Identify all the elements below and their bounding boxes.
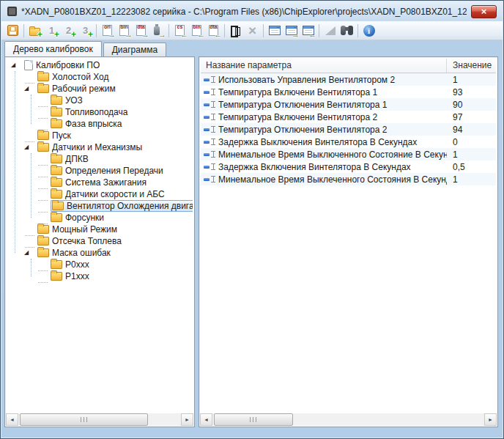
parameters-table: Использовать Управления Вентилятором 21 …	[201, 73, 496, 185]
tree-item[interactable]: Датчики скорости и АБС	[7, 188, 193, 200]
measure-button[interactable]	[322, 22, 338, 39]
toolbar-separator	[96, 24, 97, 37]
grip-icon	[81, 417, 87, 422]
export-dta-button[interactable]: dta→	[133, 22, 149, 39]
tab-calibration-tree[interactable]: Дерево калибровок	[4, 41, 102, 56]
folder-icon	[51, 96, 62, 105]
app-window: *XADN_P0801BXZ01_12223082 серийка - C:\P…	[0, 0, 504, 439]
folder-icon	[37, 237, 49, 246]
scroll-thumb[interactable]	[214, 413, 293, 426]
expand-arrow-icon[interactable]: ◢	[24, 247, 37, 259]
tree-item[interactable]: ◢Датчики и Механизмы	[7, 141, 193, 153]
search-button[interactable]	[338, 22, 355, 39]
scroll-right-button[interactable]: ►	[484, 413, 497, 426]
export-ori-button[interactable]: ori→	[99, 22, 116, 39]
doc-label: dta	[137, 24, 145, 29]
parameter-value: 93	[447, 87, 496, 97]
tree-item-selected[interactable]: Вентилятор Охлождения двигате	[7, 200, 193, 212]
import-cs-button[interactable]: cs←	[171, 22, 188, 39]
column-header-value[interactable]: Значение	[447, 59, 496, 73]
expand-arrow-icon[interactable]: ◢	[24, 141, 37, 153]
tree-item[interactable]: ◢Рабочий режим	[7, 83, 193, 95]
tree-item[interactable]: Пуск	[7, 130, 193, 141]
table-row[interactable]: Использовать Управления Вентилятором 21	[201, 73, 496, 86]
tree-item-label: Система Зажигания	[65, 177, 147, 188]
parameter-icon	[204, 163, 216, 170]
table-row[interactable]: Темпиратура Отключения Вентилятора 294	[201, 123, 496, 136]
info-button[interactable]: i	[360, 22, 377, 39]
tree-item-label: Фаза впрыска	[65, 118, 122, 130]
tree-item[interactable]: Система Зажигания	[7, 177, 193, 188]
add-slot2-button[interactable]: 2+	[60, 22, 77, 39]
folder-icon	[52, 202, 64, 210]
import-dta-button[interactable]: dta←	[205, 22, 222, 39]
scroll-left-button[interactable]: ◄	[6, 413, 18, 426]
folder-add-button[interactable]: +	[26, 22, 43, 39]
folder-icon	[37, 225, 49, 234]
scroll-track[interactable]	[212, 413, 484, 426]
tree-item-label: Вентилятор Охлождения двигате	[67, 200, 193, 212]
scroll-thumb[interactable]	[20, 413, 148, 426]
parameter-value: 1	[447, 150, 496, 160]
folder-icon	[51, 108, 62, 117]
chip-erase-button[interactable]: ×	[244, 22, 261, 39]
table-import-button[interactable]: ←	[300, 22, 316, 39]
tree-item[interactable]: Форсунки	[7, 212, 193, 224]
tree-item[interactable]: P0xxx	[7, 259, 193, 270]
expand-arrow-icon[interactable]: ◢	[24, 83, 37, 95]
tree-item-label: УОЗ	[65, 95, 83, 106]
titlebar[interactable]: *XADN_P0801BXZ01_12223082 серийка - C:\P…	[1, 1, 503, 21]
tree-item[interactable]: Холостой Ход	[7, 71, 193, 83]
toolbar: + 1+ 2+ 3+ ori→ bin→ dta→ → cs← bin← dta…	[1, 21, 503, 40]
table-row[interactable]: Задержка Выключения Винтелятора В Секунд…	[201, 136, 496, 148]
tree-item[interactable]: ◢Калибровки ПО	[7, 59, 193, 71]
toolbar-separator	[357, 24, 358, 37]
parameter-icon	[204, 151, 216, 158]
grip-icon	[250, 417, 256, 422]
add-slot1-button[interactable]: 1+	[43, 22, 60, 39]
parameters-hscrollbar[interactable]: ◄ ►	[200, 413, 497, 426]
table-row[interactable]: Задержка Включения Винтелятора В Секунда…	[201, 161, 496, 173]
table-row[interactable]: Темпиратура Отключения Вентилятора 190	[201, 98, 496, 111]
tree-item[interactable]: Топливоподача	[7, 106, 193, 118]
parameter-value: 1	[447, 75, 496, 85]
add-slot3-button[interactable]: 3+	[77, 22, 94, 39]
column-header-name[interactable]: Название параметра	[201, 59, 447, 73]
parameter-name: Темпиратура Отключения Вентилятора 1	[218, 100, 387, 110]
folder-icon	[51, 166, 62, 175]
table-row[interactable]: Темпиратура Включени Вентилятора 193	[201, 86, 496, 98]
tree-item[interactable]: Отсечка Топлева	[7, 235, 193, 247]
tree-item[interactable]: Мощный Режим	[7, 224, 193, 235]
scroll-right-button[interactable]: ►	[181, 413, 193, 426]
table-export-button[interactable]: →	[283, 22, 300, 39]
close-button[interactable]: ×	[471, 5, 497, 18]
arrow-left-icon: ←	[214, 31, 222, 38]
tree-item[interactable]: ◢Маска ошибак	[7, 247, 193, 259]
import-bin-button[interactable]: bin←	[188, 22, 205, 39]
table-row[interactable]: Темпиратура Включени Вентилятора 297	[201, 111, 496, 123]
compare-icon	[230, 25, 242, 36]
table-row[interactable]: Минемальное Время Выклеченного Состояния…	[201, 173, 496, 185]
table-row[interactable]: Минемальное Время Выключенного Состояние…	[201, 148, 496, 161]
table-view-button[interactable]	[266, 22, 283, 39]
plus-icon: +	[37, 31, 42, 38]
scroll-track[interactable]	[18, 413, 181, 426]
tree-item[interactable]: УОЗ	[7, 95, 193, 106]
tree-item[interactable]: Определения Передачи	[7, 165, 193, 177]
arrow-right-icon: →	[125, 31, 133, 38]
arrow-right-icon: →	[158, 31, 166, 38]
tree-item[interactable]: P1xxx	[7, 270, 193, 282]
expand-arrow-icon[interactable]: ◢	[11, 59, 24, 71]
save-button[interactable]	[4, 22, 21, 39]
toolbar-separator	[168, 24, 169, 37]
compare-button[interactable]	[227, 22, 244, 39]
export-bin-button[interactable]: bin→	[116, 22, 133, 39]
tree-item[interactable]: ДПКВ	[7, 153, 193, 165]
scroll-left-button[interactable]: ◄	[200, 413, 212, 426]
tree-item[interactable]: Фаза впрыска	[7, 118, 193, 130]
tab-diagram[interactable]: Диаграмма	[103, 43, 166, 56]
usb-export-button[interactable]: →	[149, 22, 166, 39]
tree-hscrollbar[interactable]: ◄ ►	[6, 413, 193, 426]
folder-icon	[37, 84, 49, 93]
chip-app-icon[interactable]	[7, 7, 17, 16]
